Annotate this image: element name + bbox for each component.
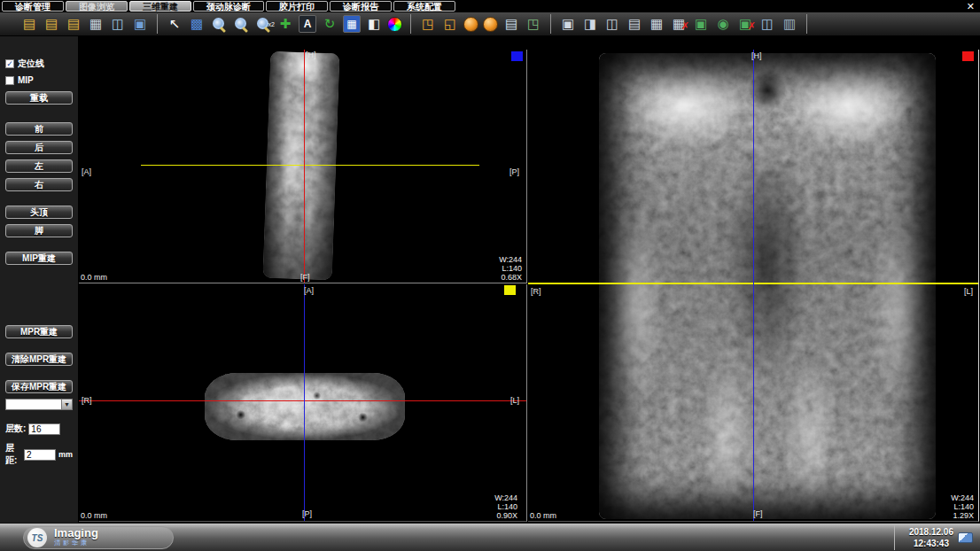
angle-coin-icon[interactable] — [483, 17, 498, 32]
image-send-icon[interactable]: ◫ — [109, 15, 127, 33]
pan-tool-icon[interactable]: ✚ — [276, 15, 294, 33]
tab-diagnosis-management[interactable]: 诊断管理 — [2, 1, 64, 12]
curve-recon-icon[interactable]: ◱ — [441, 15, 459, 33]
tab-carotid-diagnosis[interactable]: 颈动脉诊断 — [193, 1, 264, 12]
logo-subtext: 清影华康 — [54, 538, 98, 547]
layer-count-row: 层数: — [5, 423, 73, 435]
layout-quad-icon[interactable]: ▦ — [648, 15, 665, 33]
refresh-reset-icon[interactable]: ↻ — [321, 15, 338, 33]
panel-link-marker-red[interactable] — [962, 51, 974, 61]
shape-delete-icon[interactable]: ▣✗ — [736, 15, 754, 33]
zoom-tool-icon[interactable] — [210, 15, 228, 33]
orientation-label-bottom: [F] — [300, 273, 310, 282]
mip-checkbox[interactable] — [5, 76, 14, 85]
layout-horizontal-split-icon[interactable]: ▤ — [626, 15, 643, 33]
viewport: [H] [A] [P] [F] 0.0 mm W:244 L:140 0.68X… — [78, 36, 980, 523]
status-bar: TS Imaging 清影华康 2018.12.06 12:43:43 — [0, 523, 980, 551]
panel-link-marker-blue[interactable] — [511, 51, 523, 61]
save-image-icon[interactable]: ◳ — [525, 15, 542, 33]
prev-study-folder-icon[interactable]: ▤ — [43, 15, 60, 33]
crosshair-horizontal-red[interactable] — [79, 400, 527, 401]
open-folder-icon[interactable]: ▤ — [20, 15, 38, 33]
tile-layout-icon[interactable]: ▦ — [343, 15, 361, 33]
invert-contrast-icon[interactable]: ◧ — [365, 15, 383, 33]
crosshair-vertical-blue[interactable] — [304, 284, 305, 522]
orientation-label-right: [L] — [510, 396, 519, 405]
layer-spacing-input[interactable] — [24, 449, 56, 461]
orientation-label-left: [A] — [82, 167, 91, 176]
measure-coin-icon[interactable] — [463, 17, 478, 32]
close-icon[interactable]: ✕ — [967, 0, 975, 12]
orientation-label-right: [L] — [964, 287, 973, 296]
orientation-label-bottom: [P] — [302, 509, 312, 518]
cascade-windows-icon[interactable]: ▥ — [781, 15, 798, 33]
left-button[interactable]: 左 — [5, 159, 73, 173]
mip-label: MIP — [18, 75, 34, 85]
series-select[interactable]: ▼ — [5, 399, 73, 410]
tab-image-browse[interactable]: 图像浏览 — [66, 1, 128, 12]
zoom-2x-icon[interactable]: x2 — [254, 15, 272, 33]
save-mpr-button[interactable]: 保存MPR重建 — [5, 380, 73, 393]
reload-button[interactable]: 重载 — [5, 91, 73, 105]
locator-line-checkbox-row[interactable]: 定位线 — [5, 58, 73, 69]
mri-image-axial[interactable] — [205, 373, 405, 440]
mip-recon-button[interactable]: MIP重建 — [5, 252, 73, 265]
window-level-icon[interactable]: ▩ — [188, 15, 206, 33]
report-doc-icon[interactable]: ▤ — [502, 15, 520, 33]
worklist-icon[interactable]: ▦ — [87, 15, 105, 33]
input-method-icon[interactable] — [958, 532, 973, 543]
layout-close-icon[interactable]: ▦✗ — [670, 15, 688, 33]
chevron-down-icon[interactable]: ▼ — [61, 400, 72, 409]
tab-system-config[interactable]: 系统配置 — [393, 1, 455, 12]
foot-button[interactable]: 脚 — [5, 224, 73, 237]
crosshair-horizontal-yellow[interactable] — [141, 165, 479, 166]
crosshair-vertical-red[interactable] — [304, 50, 305, 283]
pointer-tool-icon[interactable]: ↖ — [166, 15, 183, 33]
next-study-folder-icon[interactable]: ▤ — [65, 15, 82, 33]
layout-single-icon[interactable]: ▣ — [559, 15, 577, 33]
mri-image-sagittal[interactable] — [263, 51, 340, 281]
sidebar-panel: 定位线 MIP 重载 前 后 左 右 头顶 脚 MIP重建 MPR重建 清除MP… — [0, 36, 78, 523]
tab-diagnosis-report[interactable]: 诊断报告 — [330, 1, 392, 12]
layout-compare-icon[interactable]: ◫ — [758, 15, 776, 33]
right-button[interactable]: 右 — [5, 178, 73, 191]
mpr-recon-button[interactable]: MPR重建 — [5, 325, 73, 338]
tab-3d-reconstruction[interactable]: 三维重建 — [129, 1, 191, 12]
head-button[interactable]: 头顶 — [5, 206, 73, 219]
clock: 2018.12.06 12:43:43 — [909, 526, 953, 549]
slice-position-label: 0.0 mm — [530, 511, 556, 520]
sagittal-panel[interactable]: [H] [A] [P] [F] 0.0 mm W:244 L:140 0.68X — [79, 50, 527, 283]
toolbar-group: ▤▤▤▦◫▣ — [12, 14, 158, 34]
toolbar-group: ◳◱▤◳ — [411, 14, 551, 34]
back-button[interactable]: 后 — [5, 141, 73, 154]
color-palette-icon[interactable] — [387, 17, 402, 32]
mri-workstation-window: 诊断管理 图像浏览 三维重建 颈动脉诊断 胶片打印 诊断报告 系统配置 ✕ ▤▤… — [0, 0, 980, 551]
layout-image-report-icon[interactable]: ◨ — [581, 15, 599, 33]
layout-vertical-split-icon[interactable]: ◫ — [603, 15, 621, 33]
layer-spacing-label: 层距: — [5, 442, 21, 467]
crosshair-vertical-blue[interactable] — [753, 50, 754, 522]
layer-count-label: 层数: — [5, 423, 26, 435]
menu-bar: 诊断管理 图像浏览 三维重建 颈动脉诊断 胶片打印 诊断报告 系统配置 ✕ — [0, 0, 980, 12]
mri-image-coronal[interactable] — [599, 53, 936, 519]
mip-checkbox-row[interactable]: MIP — [5, 74, 73, 86]
date-label: 2018.12.06 — [909, 526, 953, 538]
archive-database-icon[interactable]: ▣ — [131, 15, 149, 33]
locator-line-checkbox[interactable] — [5, 59, 14, 68]
layer-count-input[interactable] — [28, 423, 60, 435]
zoom-region-icon[interactable] — [232, 15, 250, 33]
annotation-icon[interactable]: A — [299, 15, 316, 33]
front-button[interactable]: 前 — [5, 122, 73, 136]
mpr-recon-icon[interactable]: ◳ — [419, 15, 437, 33]
coronal-panel[interactable]: [H] [R] [L] [F] 0.0 mm W:244 L:140 1.29X — [528, 50, 979, 522]
window-level-readout: W:244 L:140 0.68X — [499, 255, 522, 282]
shape-circle-icon[interactable]: ◉ — [714, 15, 732, 33]
shape-square-icon[interactable]: ▣ — [692, 15, 710, 33]
axial-panel[interactable]: [A] [R] [L] [P] 0.0 mm W:244 L:140 0.90X — [79, 284, 527, 522]
clear-mpr-button[interactable]: 清除MPR重建 — [5, 353, 73, 366]
tab-film-print[interactable]: 胶片打印 — [266, 1, 328, 12]
locator-line-label: 定位线 — [18, 58, 44, 70]
layer-spacing-row: 层距: mm — [5, 442, 73, 467]
logo-text: Imaging — [54, 528, 98, 538]
panel-link-marker-yellow[interactable] — [504, 285, 516, 295]
